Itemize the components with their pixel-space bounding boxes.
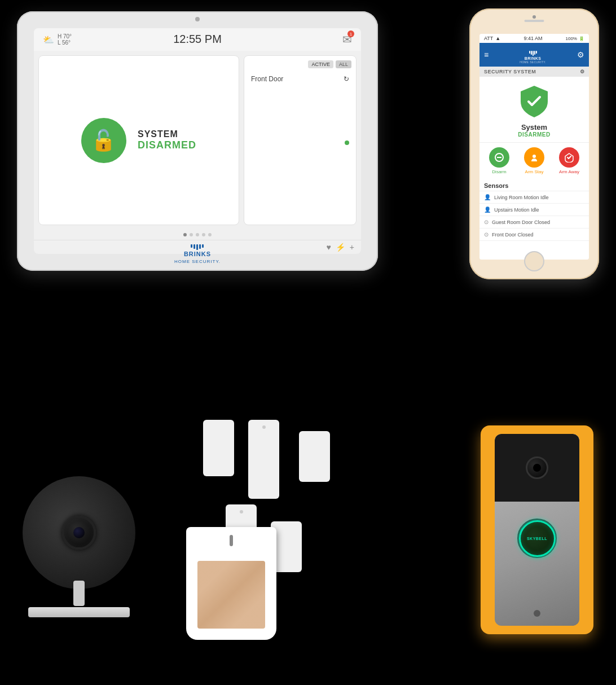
- camera-base: [28, 607, 130, 617]
- all-badge[interactable]: ALL: [336, 60, 351, 68]
- arm-stay-icon: [524, 147, 544, 168]
- sensor-text-1: Living Room Motion Idle: [494, 195, 549, 200]
- doorbell-lens: [526, 456, 548, 479]
- door-sensor-magnet-2: [299, 431, 330, 482]
- phone-disarmed-label: DISARMED: [518, 131, 550, 138]
- motion-sensor-slot: [230, 535, 233, 546]
- tablet-mail-icon[interactable]: ✉ 1: [342, 33, 352, 46]
- brinks-tablet-logo: BRINKS HOME SECURITY.: [174, 244, 221, 264]
- sensor-row-4: ⊙ Front Door Closed: [479, 229, 589, 241]
- weather-icon: ⛅: [43, 34, 54, 45]
- camera-body: [23, 476, 135, 589]
- motion-sensor: [186, 527, 288, 651]
- section-gear-icon[interactable]: ⚙: [580, 69, 585, 74]
- doorbell-body: SKYBELL: [495, 434, 579, 626]
- arm-stay-label: Arm Stay: [525, 169, 544, 174]
- system-status-text: SYSTEM DISARMED: [138, 129, 196, 151]
- disarm-icon: [489, 147, 509, 168]
- phone-action-row: Disarm Arm Stay Arm Away: [479, 142, 589, 179]
- door-icon-2: ⊙: [484, 231, 489, 238]
- weather-widget: ⛅ H 70° L 56°: [43, 33, 72, 46]
- doorbell-bottom: [495, 558, 579, 626]
- tablet-screen: ⛅ H 70° L 56° 12:55 PM ✉ 1 🔓: [34, 28, 361, 254]
- front-door-event: Front Door ↻: [244, 73, 356, 85]
- tablet-device: ⛅ H 70° L 56° 12:55 PM ✉ 1 🔓: [17, 11, 378, 276]
- svg-point-2: [533, 155, 536, 158]
- sensor-text-4: Front Door Closed: [492, 232, 534, 238]
- sensors-header: Sensors: [479, 179, 589, 191]
- security-section-header: SECURITY SYSTEM ⚙: [479, 67, 589, 77]
- tablet-top-bar: ⛅ H 70° L 56° 12:55 PM ✉ 1: [34, 28, 361, 51]
- front-door-label: Front Door: [251, 75, 283, 83]
- mail-badge: 1: [347, 30, 354, 37]
- heart-icon[interactable]: ♥: [327, 243, 331, 252]
- sensor-text-2: Upstairs Motion Idle: [494, 207, 539, 213]
- dot-5: [208, 233, 212, 236]
- active-badge[interactable]: ACTIVE: [308, 60, 333, 68]
- doorbell-microphone: [534, 610, 540, 617]
- page-dots: [34, 230, 361, 240]
- indoor-camera: [11, 465, 147, 612]
- shield-icon: [516, 84, 552, 120]
- sensor-row-3: ⊙ Guest Room Door Closed: [479, 216, 589, 229]
- camera-arm: [73, 581, 85, 606]
- system-status-panel: 🔓 SYSTEM DISARMED: [38, 55, 239, 225]
- menu-icon[interactable]: ≡: [484, 50, 489, 59]
- dot-3: [196, 233, 199, 236]
- dot-1: [183, 233, 187, 236]
- sync-icon: ↻: [344, 75, 349, 83]
- phone-nav-bar: ≡ BRINKS HOME SECURITY. ⚙: [479, 43, 589, 67]
- door-icon-1: ⊙: [484, 219, 489, 225]
- motion-icon-1: 👤: [484, 194, 491, 200]
- phone-screen: ATT ▲ 9:41 AM 100% 🔋 ≡: [479, 34, 589, 260]
- phone-device: ATT ▲ 9:41 AM 100% 🔋 ≡: [469, 8, 599, 279]
- system-label: SYSTEM: [138, 129, 196, 139]
- battery-label: 100%: [566, 36, 577, 41]
- lightning-icon[interactable]: ⚡: [336, 243, 345, 252]
- phone-status-bar: ATT ▲ 9:41 AM 100% 🔋: [479, 34, 589, 43]
- phone-speaker: [525, 20, 544, 22]
- skybell-doorbell: SKYBELL: [481, 425, 593, 640]
- door-sensor-body-1: [248, 420, 279, 499]
- phone-system-area: System DISARMED: [479, 77, 589, 142]
- arm-away-label: Arm Away: [559, 169, 579, 174]
- skybell-label: SKYBELL: [527, 537, 547, 541]
- status-time: 9:41 AM: [523, 36, 542, 41]
- arm-stay-button[interactable]: Arm Stay: [524, 147, 544, 174]
- carrier-label: ATT: [484, 36, 493, 41]
- camera-lens-inner: [73, 527, 85, 538]
- dot-2: [190, 233, 193, 236]
- wifi-icon: ▲: [495, 36, 500, 41]
- settings-icon[interactable]: ⚙: [577, 50, 584, 59]
- arm-away-button[interactable]: Arm Away: [559, 147, 579, 174]
- sensors-section: Sensors 👤 Living Room Motion Idle 👤 Upst…: [479, 179, 589, 260]
- doorbell-button[interactable]: SKYBELL: [517, 519, 557, 558]
- motion-sensor-body: [186, 527, 276, 640]
- battery-icon: 🔋: [579, 36, 584, 41]
- events-panel: ACTIVE ALL Front Door ↻: [244, 55, 357, 225]
- tablet-time: 12:55 PM: [173, 33, 222, 46]
- dot-4: [202, 233, 205, 236]
- doorbell-highlight: SKYBELL: [481, 425, 593, 634]
- phone-system-label: System: [521, 123, 547, 131]
- doorbell-camera-housing: [495, 434, 579, 502]
- camera-mount: [28, 581, 130, 617]
- weather-high: H 70°: [58, 33, 72, 39]
- add-icon[interactable]: +: [350, 243, 354, 252]
- weather-low: L 56°: [58, 39, 72, 46]
- sensor-row-1: 👤 Living Room Motion Idle: [479, 191, 589, 204]
- motion-icon-2: 👤: [484, 207, 491, 213]
- motion-pir-element: [197, 561, 265, 629]
- system-disarmed-label: DISARMED: [138, 139, 196, 151]
- phone-camera: [533, 15, 536, 19]
- disarm-button[interactable]: Disarm: [489, 147, 509, 174]
- tablet-content: 🔓 SYSTEM DISARMED ACTIVE ALL Front Door …: [34, 51, 361, 230]
- brinks-phone-logo: BRINKS HOME SECURITY.: [493, 46, 573, 64]
- door-sensor-magnet-1: [203, 420, 234, 476]
- tablet-camera: [195, 17, 200, 21]
- motion-sensor-grid: [197, 561, 265, 629]
- phone-home-button[interactable]: [524, 251, 544, 271]
- doorbell-lens-inner: [533, 464, 541, 472]
- sensor-row-2: 👤 Upstairs Motion Idle: [479, 204, 589, 216]
- panel-header: ACTIVE ALL: [244, 56, 356, 73]
